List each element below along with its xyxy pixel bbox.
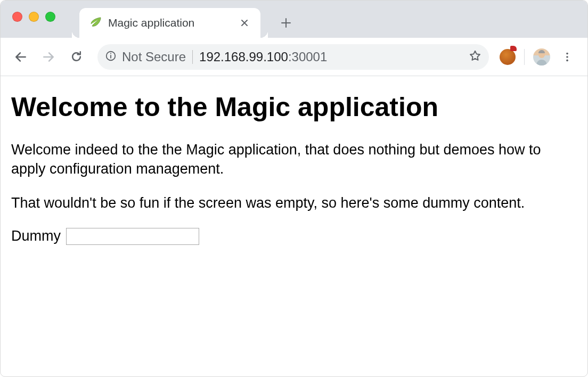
info-icon xyxy=(105,50,117,64)
page-content: Welcome to the Magic application Welcome… xyxy=(1,76,587,376)
tab-strip: Magic application xyxy=(79,1,298,38)
back-button[interactable] xyxy=(10,46,31,68)
svg-point-6 xyxy=(566,59,568,61)
url-port: :30001 xyxy=(288,50,327,64)
dummy-form-row: Dummy xyxy=(11,228,577,245)
svg-point-4 xyxy=(566,52,568,54)
window-maximize-button[interactable] xyxy=(45,12,55,22)
intro-paragraph-2: That wouldn't be so fun if the screen wa… xyxy=(11,193,577,212)
browser-tab[interactable]: Magic application xyxy=(79,8,260,38)
url-host: 192.168.99.100 xyxy=(199,50,288,64)
svg-rect-2 xyxy=(110,53,111,54)
separator xyxy=(192,50,193,64)
tab-title: Magic application xyxy=(108,17,233,29)
toolbar-divider xyxy=(524,49,525,65)
window-minimize-button[interactable] xyxy=(29,12,39,22)
forward-button[interactable] xyxy=(38,46,59,68)
profile-avatar[interactable] xyxy=(533,48,550,65)
security-status[interactable]: Not Secure xyxy=(105,50,186,64)
dummy-label: Dummy xyxy=(11,228,61,244)
svg-point-5 xyxy=(566,56,568,58)
window-controls xyxy=(1,1,55,32)
svg-rect-1 xyxy=(110,55,111,58)
page-heading: Welcome to the Magic application xyxy=(11,92,577,123)
extension-cookie-icon[interactable] xyxy=(500,49,516,65)
new-tab-button[interactable] xyxy=(274,11,298,35)
menu-button[interactable] xyxy=(557,46,578,68)
browser-window: Magic application Not Sec xyxy=(0,0,588,377)
intro-paragraph-1: Welcome indeed to the the Magic applicat… xyxy=(11,140,577,179)
url-text: 192.168.99.100:30001 xyxy=(199,50,462,64)
spring-leaf-icon xyxy=(89,17,102,29)
titlebar: Magic application xyxy=(1,1,587,38)
reload-button[interactable] xyxy=(66,46,87,68)
tab-close-button[interactable] xyxy=(239,18,250,28)
security-label: Not Secure xyxy=(122,50,186,64)
bookmark-star-icon[interactable] xyxy=(469,50,481,64)
dummy-input[interactable] xyxy=(66,228,199,245)
toolbar: Not Secure 192.168.99.100:30001 xyxy=(1,38,587,76)
window-close-button[interactable] xyxy=(12,12,22,22)
address-bar[interactable]: Not Secure 192.168.99.100:30001 xyxy=(97,44,489,70)
